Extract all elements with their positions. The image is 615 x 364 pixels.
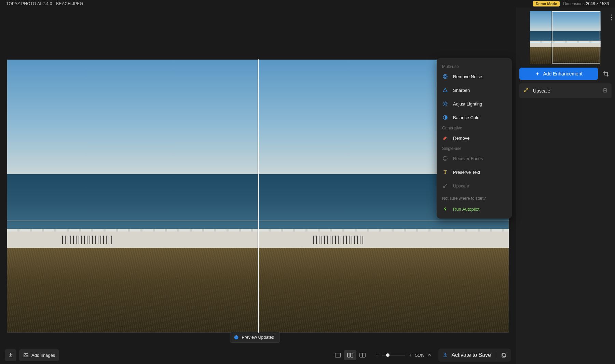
menu-item-label: Recover Faces (453, 156, 483, 161)
menu-recover-faces: Recover Faces (437, 152, 512, 165)
save-control[interactable]: Activate to Save (438, 349, 511, 362)
menu-hint: Not sure where to start? (437, 193, 512, 202)
svg-line-10 (443, 105, 444, 106)
sparkle-icon (535, 71, 540, 76)
menu-balance-color[interactable]: Balance Color (437, 111, 512, 124)
canvas-area: Multi-use Remove Noise Sharpen Adjust Li… (0, 8, 516, 364)
add-images-button[interactable]: Add Images (19, 349, 59, 361)
menu-item-label: Preserve Text (453, 170, 480, 175)
zoom-slider[interactable] (382, 355, 405, 355)
bottom-toolbar: Add Images − + 51% Activate to Save (0, 346, 516, 364)
trash-icon (603, 87, 607, 93)
app-title: TOPAZ PHOTO AI 2.4.0 - BEACH.JPEG (6, 1, 83, 6)
face-icon (442, 155, 448, 162)
dimensions-value: 2048 × 1536 (586, 1, 609, 6)
navigator-thumbnail[interactable] (530, 11, 601, 64)
zoom-menu-chevron[interactable] (427, 352, 432, 358)
zoom-percent: 51% (415, 353, 424, 358)
right-panel: Add Enhancement Upscale (516, 8, 615, 364)
svg-point-2 (444, 103, 446, 105)
svg-line-7 (443, 102, 444, 103)
save-label: Activate to Save (451, 352, 491, 358)
crop-button[interactable] (601, 68, 612, 80)
compare-viewer[interactable] (7, 59, 509, 333)
svg-point-12 (443, 156, 447, 160)
menu-group-multiuse: Multi-use (437, 63, 512, 70)
svg-rect-18 (347, 353, 350, 357)
svg-text:T: T (443, 170, 447, 175)
chevron-up-icon (427, 353, 432, 357)
svg-line-9 (447, 102, 447, 103)
swirl-icon (442, 73, 448, 80)
separator (496, 351, 496, 359)
menu-remove[interactable]: Remove (437, 131, 512, 145)
delete-enhancement-button[interactable] (603, 87, 607, 94)
svg-line-8 (447, 105, 447, 106)
crop-icon (603, 71, 609, 77)
enhancement-label: Upscale (533, 88, 599, 94)
single-pane-icon (335, 353, 341, 358)
menu-upscale: Upscale (437, 179, 512, 193)
contrast-icon (442, 114, 448, 121)
expand-icon (442, 183, 448, 189)
menu-item-label: Remove Noise (453, 74, 482, 79)
enhancement-menu: Multi-use Remove Noise Sharpen Adjust Li… (437, 58, 512, 219)
pane-original (7, 59, 258, 333)
menu-group-singleuse: Single-use (437, 145, 512, 152)
dimensions-label: Dimensions (563, 1, 585, 6)
menu-remove-noise[interactable]: Remove Noise (437, 70, 512, 83)
demo-mode-badge: Demo Mode (533, 1, 560, 6)
zoom-out-button[interactable]: − (375, 352, 379, 358)
menu-group-generative: Generative (437, 124, 512, 131)
split-icon (359, 353, 366, 358)
menu-item-label: Remove (453, 136, 469, 141)
enhancement-upscale-card[interactable]: Upscale (519, 83, 612, 98)
menu-item-label: Sharpen (453, 88, 470, 93)
svg-point-26 (611, 19, 612, 20)
zoom-in-button[interactable]: + (409, 352, 412, 358)
upload-icon (8, 352, 13, 358)
check-icon (234, 335, 238, 339)
menu-item-label: Balance Color (453, 115, 481, 120)
svg-rect-17 (335, 353, 341, 357)
bolt-icon (442, 206, 448, 212)
text-icon: T (442, 169, 448, 175)
preview-status-pill: Preview Updated (230, 332, 280, 343)
menu-preserve-text[interactable]: T Preserve Text (437, 165, 512, 179)
menu-sharpen[interactable]: Sharpen (437, 83, 512, 97)
upload-button[interactable] (5, 349, 16, 361)
zoom-control: − + 51% (375, 352, 432, 358)
kebab-icon (611, 14, 612, 20)
svg-point-24 (611, 14, 612, 15)
expand-icon (523, 87, 529, 94)
export-icon (442, 352, 448, 358)
svg-rect-19 (351, 353, 353, 357)
images-icon (23, 352, 29, 358)
menu-item-label: Upscale (453, 183, 469, 188)
compare-handle[interactable] (258, 59, 259, 333)
side-by-side-icon (347, 353, 353, 358)
viewport-rect[interactable] (552, 11, 600, 64)
svg-point-13 (444, 158, 445, 158)
svg-point-1 (444, 75, 446, 78)
svg-point-0 (443, 74, 447, 79)
button-label: Add Enhancement (543, 71, 582, 76)
menu-item-label: Adjust Lighting (453, 101, 482, 107)
svg-point-25 (611, 17, 612, 18)
triangle-icon (442, 87, 448, 93)
batch-icon (501, 352, 507, 358)
menu-adjust-lighting[interactable]: Adjust Lighting (437, 97, 512, 111)
svg-point-14 (446, 158, 447, 158)
view-split-button[interactable] (356, 350, 369, 360)
eraser-icon (442, 135, 448, 141)
button-label: Add Images (31, 353, 55, 358)
view-mode-group (332, 350, 369, 360)
status-text: Preview Updated (242, 335, 274, 340)
view-side-by-side-button[interactable] (344, 350, 356, 360)
menu-item-label: Run Autopilot (453, 207, 479, 212)
sun-icon (442, 101, 448, 107)
view-single-button[interactable] (332, 350, 344, 360)
add-enhancement-button[interactable]: Add Enhancement (519, 68, 598, 80)
panel-menu-button[interactable] (611, 14, 612, 22)
menu-run-autopilot[interactable]: Run Autopilot (437, 202, 512, 216)
